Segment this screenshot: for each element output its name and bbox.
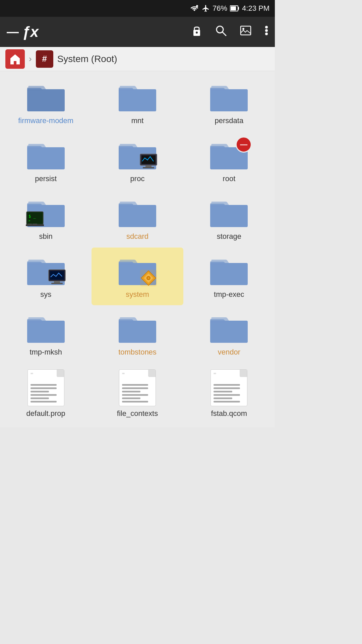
folder-icon [26, 138, 66, 171]
folder-icon [117, 196, 158, 229]
document-icon [210, 369, 247, 406]
home-icon [9, 53, 21, 65]
svg-point-11 [265, 29, 268, 32]
folder-icon [26, 311, 66, 345]
file-item[interactable]: sdcard [92, 190, 183, 248]
monitor-blue-overlay [48, 269, 66, 284]
file-item[interactable]: system [92, 248, 183, 306]
battery-percent: 76% [213, 4, 227, 13]
file-item[interactable]: persdata [183, 74, 275, 132]
folder-icon [117, 311, 158, 345]
toolbar: — ƒx [0, 17, 275, 47]
battery-icon [230, 5, 239, 12]
file-item[interactable]: fstab.qcom [183, 363, 275, 425]
file-item[interactable]: $ _ > sbin [0, 190, 92, 248]
file-item[interactable]: vendor [183, 305, 275, 363]
status-icons: 76% 4:23 PM [190, 4, 269, 13]
breadcrumb-title: System (Root) [57, 54, 117, 64]
folder-icon [117, 254, 158, 287]
svg-rect-2 [238, 7, 239, 10]
folder-icon [26, 80, 66, 113]
search-icon[interactable] [215, 25, 227, 39]
svg-rect-23 [26, 224, 44, 226]
file-item[interactable]: tmp-mksh [0, 305, 92, 363]
svg-point-5 [196, 32, 198, 34]
svg-point-9 [242, 28, 244, 30]
file-item[interactable]: firmware-modem [0, 74, 92, 132]
folder-icon [26, 254, 66, 287]
file-label: firmware-modem [18, 116, 73, 126]
folder-icon [117, 80, 158, 113]
gear-overlay [139, 269, 158, 284]
file-label: tmp-mksh [29, 347, 62, 357]
file-label: mnt [131, 116, 144, 126]
logo-text: ƒx [22, 23, 39, 40]
status-time: 4:23 PM [242, 4, 269, 13]
svg-rect-8 [241, 26, 251, 35]
svg-point-0 [196, 5, 198, 7]
file-label: persdata [215, 116, 244, 126]
file-label: sdcard [126, 232, 148, 241]
status-bar: 76% 4:23 PM [0, 0, 275, 17]
svg-rect-16 [143, 167, 154, 168]
image-icon[interactable] [240, 25, 251, 38]
svg-rect-21 [28, 224, 32, 224]
file-item[interactable]: sys [0, 248, 92, 306]
folder-icon [209, 311, 249, 345]
file-item[interactable]: mnt [92, 74, 183, 132]
svg-text:$ _: $ _ [28, 214, 36, 219]
app-logo: — ƒx [7, 23, 185, 40]
file-label: storage [217, 232, 241, 241]
svg-point-10 [265, 26, 268, 29]
file-item[interactable]: default.prop [0, 363, 92, 425]
lock-icon[interactable] [192, 24, 202, 39]
file-item[interactable]: proc [92, 132, 183, 190]
folder-icon [209, 80, 249, 113]
file-item[interactable]: tombstones [92, 305, 183, 363]
monitor-overlay [139, 153, 158, 169]
terminal-overlay: $ _ > [26, 211, 44, 226]
svg-rect-26 [54, 281, 60, 283]
file-label: default.prop [26, 409, 65, 419]
menu-icon[interactable] [265, 25, 268, 38]
file-item[interactable]: file_contexts [92, 363, 183, 425]
file-label: tombstones [118, 347, 157, 357]
file-grid: firmware-modem mnt persdata [0, 71, 275, 427]
svg-rect-27 [51, 283, 63, 284]
svg-point-12 [265, 33, 268, 35]
toolbar-actions [192, 24, 268, 39]
file-label: proc [130, 174, 145, 184]
file-item[interactable]: storage [183, 190, 275, 248]
folder-icon [209, 196, 249, 229]
folder-icon [117, 138, 158, 171]
file-label: system [126, 290, 149, 300]
file-label: vendor [218, 347, 240, 357]
file-label: persist [35, 174, 57, 184]
svg-rect-15 [145, 165, 152, 167]
svg-text:>: > [28, 219, 31, 222]
svg-rect-22 [33, 224, 37, 224]
file-item[interactable]: persist [0, 132, 92, 190]
file-label: file_contexts [117, 409, 158, 419]
breadcrumb: › # System (Root) [0, 47, 275, 71]
file-item[interactable]: tmp-exec [183, 248, 275, 306]
no-access-badge [236, 137, 252, 153]
root-badge: # [36, 50, 53, 68]
file-item[interactable]: root [183, 132, 275, 190]
home-button[interactable] [5, 49, 25, 69]
svg-point-30 [147, 277, 149, 279]
file-label: tmp-exec [214, 290, 244, 300]
document-icon [27, 369, 64, 406]
logo-dash: — [7, 25, 19, 39]
folder-icon [209, 254, 249, 287]
svg-line-7 [222, 32, 226, 36]
folder-icon: $ _ > [26, 196, 66, 229]
folder-icon [209, 138, 249, 171]
airplane-icon [202, 4, 210, 12]
wifi-icon [190, 4, 199, 12]
file-label: fstab.qcom [211, 409, 247, 419]
file-label: root [223, 174, 235, 184]
file-label: sbin [39, 232, 52, 241]
file-label: sys [40, 290, 51, 300]
document-icon [119, 369, 156, 406]
